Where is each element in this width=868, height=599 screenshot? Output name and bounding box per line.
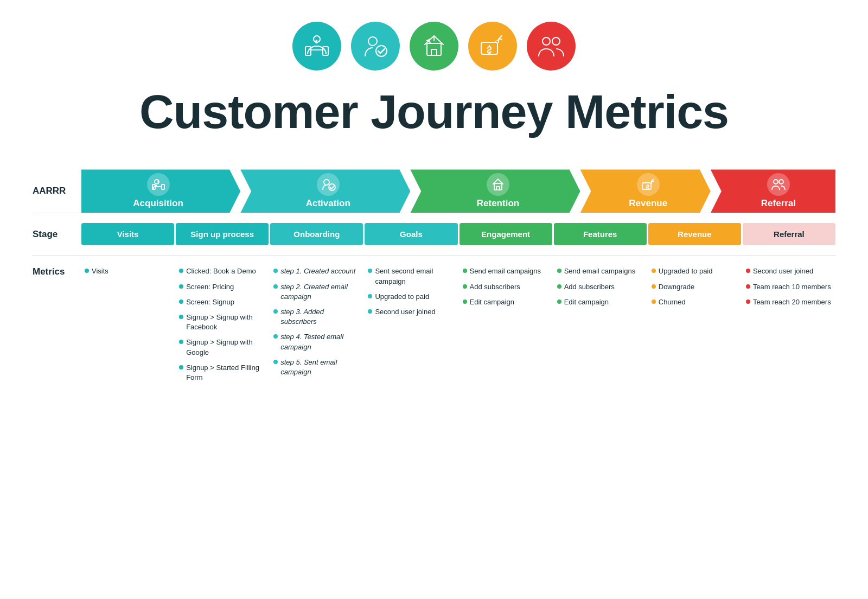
metric-item: Send email campaigns [557,266,643,276]
metric-item: step 5. Sent email campaign [273,358,360,377]
metric-dot [179,365,183,369]
metric-item: step 4. Tested email campaign [273,332,360,352]
metric-dot [652,284,656,289]
main-title: Customer Journey Metrics [33,87,835,137]
svg-point-20 [774,180,778,184]
activation-icon-top [351,22,400,71]
metric-item: Visits [85,266,171,276]
referral-label: Referral [761,198,796,209]
acquisition-label: Acquisition [133,198,183,209]
metric-item: Add subscribers [557,282,643,292]
aarrr-label: AARRR [33,169,81,213]
stage-label: Stage [33,213,81,256]
retention-label: Retention [477,198,519,209]
stage-cell-visits: Visits [81,223,174,245]
metric-dot [463,269,467,273]
metric-item: Edit campaign [557,297,643,307]
metrics-col-onboarding: step 1. Created account step 2. Created … [270,261,363,393]
activation-banner: Activation [240,169,410,213]
metric-item: Send email campaigns [463,266,549,276]
svg-point-10 [552,37,560,45]
stage-row: Stage Visits Sign up process Onboarding … [33,213,835,256]
acquisition-icon-top: $ [292,22,341,71]
metric-item: Screen: Pricing [179,282,265,292]
metric-item: Sent second email campaign [368,266,454,286]
metrics-label: Metrics [33,256,81,399]
svg-text:$: $ [157,181,159,184]
stage-cell-revenue: Revenue [648,223,741,245]
metrics-col-goals: Sent second email campaign Upgraded to p… [365,261,457,393]
referral-banner-icon [767,173,790,196]
aarrr-row: AARRR $ [33,169,835,213]
metric-item: Upgraded to paid [652,266,738,276]
metrics-cells: Visits Clicked: Book a Demo Screen: Pric… [81,256,835,399]
metric-dot [463,300,467,304]
metric-item: Add subscribers [463,282,549,292]
metric-item: Team reach 10 members [746,282,832,292]
metric-item: step 1. Created account [273,266,360,276]
svg-point-9 [542,37,550,45]
metrics-col-referral: Second user joined Team reach 10 members… [743,261,835,393]
retention-banner-icon [487,173,509,196]
metric-dot [652,269,656,273]
metric-dot [179,284,183,289]
metrics-col-visits: Visits [81,261,174,393]
metric-item: Signup > Started Filling Form [179,363,265,383]
svg-point-21 [779,180,783,184]
metrics-content: Visits Clicked: Book a Demo Screen: Pric… [81,256,835,399]
metric-item: Downgrade [652,282,738,292]
metric-dot [179,340,183,344]
metrics-row: Metrics Visits Clicked: Book a [33,256,835,399]
banner-row: $ Acquisition [81,169,835,213]
metric-dot [273,309,278,314]
stage-content: Visits Sign up process Onboarding Goals … [81,213,835,256]
metric-dot [273,284,278,289]
metric-item: Screen: Signup [179,297,265,307]
activation-banner-icon [317,173,340,196]
revenue-icon-top [468,22,517,71]
metric-dot [557,300,561,304]
metric-dot [273,269,278,273]
metric-item: step 3. Added subscribers [273,307,360,327]
journey-table: AARRR $ [33,169,835,399]
stage-cell-referral: Referral [743,223,835,245]
acquisition-banner: $ Acquisition [81,169,240,213]
metric-item: Second user joined [746,266,832,276]
metric-dot [85,269,89,273]
revenue-label: Revenue [629,198,667,209]
metric-dot [368,269,372,273]
revenue-banner-icon [637,173,660,196]
metric-dot [179,300,183,304]
aarrr-content: $ Acquisition [81,169,835,213]
metric-item: Churned [652,297,738,307]
metric-dot [463,284,467,289]
svg-point-15 [324,180,329,185]
svg-point-4 [368,37,377,46]
metric-dot [652,300,656,304]
metric-dot [368,294,372,298]
metric-dot [273,360,278,364]
retention-banner: Retention [410,169,580,213]
metric-dot [273,334,278,339]
metric-item: Team reach 20 members [746,297,832,307]
svg-rect-18 [496,187,500,190]
metric-dot [179,269,183,273]
activation-label: Activation [306,198,350,209]
svg-rect-13 [162,184,164,189]
metric-item: Clicked: Book a Demo [179,266,265,276]
metrics-col-engagement: Send email campaigns Add subscribers Edi… [459,261,552,393]
metric-dot [746,300,750,304]
acquisition-banner-icon: $ [147,173,170,196]
stage-cell-signup: Sign up process [176,223,269,245]
metric-dot [179,315,183,319]
metric-dot [557,284,561,289]
stage-cell-onboarding: Onboarding [270,223,363,245]
stage-cell-engagement: Engagement [459,223,552,245]
metric-item: Signup > Signup with Facebook [179,313,265,332]
metric-item: Signup > Signup with Google [179,337,265,357]
metrics-col-revenue: Upgraded to paid Downgrade Churned [648,261,741,393]
referral-banner: Referral [711,169,835,213]
metric-dot [746,284,750,289]
metric-item: Edit campaign [463,297,549,307]
metric-dot [746,269,750,273]
